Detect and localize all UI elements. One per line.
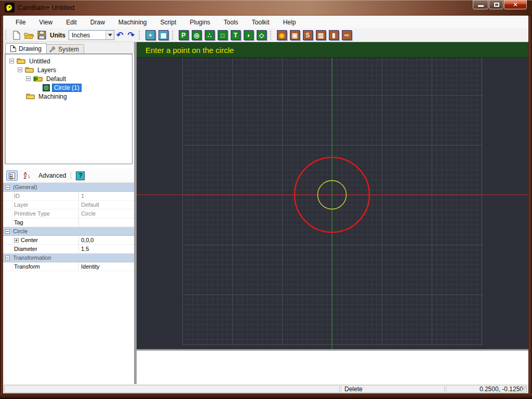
tab-drawing-label: Drawing xyxy=(19,45,42,52)
toolbar-grip[interactable] xyxy=(5,31,7,40)
drawing-tab-icon xyxy=(10,45,16,52)
app-window: CamBam+ Untitled × File View Edit Draw M… xyxy=(0,0,532,399)
draw-surface-icon[interactable]: ◇ xyxy=(257,30,267,40)
collapse-icon[interactable] xyxy=(9,59,14,63)
save-button[interactable] xyxy=(36,30,47,41)
resize-grip[interactable] xyxy=(521,386,528,393)
window-title: CamBam+ Untitled xyxy=(18,4,74,11)
menu-toolkit[interactable]: Toolkit xyxy=(247,17,275,28)
toolbar-separator xyxy=(71,172,71,179)
drawing-canvas[interactable]: Enter a point on the circle xyxy=(137,42,528,349)
help-button[interactable]: ? xyxy=(76,171,85,180)
prop-row-center[interactable]: Center 0,0,0 xyxy=(3,236,134,245)
toolbar-grip[interactable] xyxy=(139,31,141,40)
grid-toggle-icon[interactable]: ▦ xyxy=(158,30,168,40)
tab-system[interactable]: System xyxy=(44,44,84,54)
app-logo-icon xyxy=(5,3,15,12)
active-layer-icon xyxy=(33,75,43,83)
tab-drawing[interactable]: Drawing xyxy=(5,43,47,54)
maximize-button[interactable] xyxy=(489,0,503,9)
prompt-message: Enter a point on the circle xyxy=(145,46,234,55)
category-circle[interactable]: Circle xyxy=(3,227,134,236)
menu-file[interactable]: File xyxy=(10,17,31,28)
categorized-view-button[interactable] xyxy=(6,170,18,181)
menu-script[interactable]: Script xyxy=(155,17,182,28)
minimize-icon xyxy=(478,5,484,7)
draw-text-icon[interactable]: T xyxy=(231,30,241,40)
toolbar-grip[interactable] xyxy=(270,31,272,40)
mop-3d-profile-icon[interactable]: ▮ xyxy=(329,30,339,40)
toolbar-grip[interactable] xyxy=(172,31,174,40)
category-transformation[interactable]: Transformation xyxy=(3,254,134,262)
axes-toggle-icon[interactable]: + xyxy=(145,30,155,40)
prop-row-diameter[interactable]: Diameter 1.5 xyxy=(3,245,134,254)
expand-icon[interactable] xyxy=(14,238,19,243)
draw-polyline-icon[interactable]: P xyxy=(179,30,189,40)
menu-bar: File View Edit Draw Machining Script Plu… xyxy=(3,16,528,29)
tab-system-label: System xyxy=(58,46,79,53)
status-coordinates-cell: 0.2500, -0.1250 xyxy=(446,385,527,393)
tree-label: Layers xyxy=(36,66,58,74)
menu-help[interactable]: Help xyxy=(278,17,301,28)
drawing-tree: Untitled Layers Default Circle (1) xyxy=(5,54,132,164)
menu-machining[interactable]: Machining xyxy=(113,17,152,28)
folder-icon xyxy=(26,92,35,101)
circle-entity-icon xyxy=(43,84,50,91)
category-label: (General) xyxy=(13,184,37,190)
undo-button[interactable]: ↶ xyxy=(116,31,123,40)
categorized-view-icon xyxy=(9,172,15,179)
draw-rectangle-icon[interactable]: □ xyxy=(218,30,228,40)
mop-gcode-icon[interactable]: nc xyxy=(342,30,352,40)
tree-item-default-layer[interactable]: Default xyxy=(5,74,132,83)
prop-row-layer[interactable]: Layer Default xyxy=(3,201,134,209)
titlebar[interactable]: CamBam+ Untitled × xyxy=(0,0,532,16)
folder-icon xyxy=(17,57,25,65)
prop-row-id[interactable]: ID 1 xyxy=(3,192,134,201)
category-general[interactable]: (General) xyxy=(3,183,134,192)
units-select[interactable]: Inches xyxy=(69,30,114,40)
mop-drill-icon[interactable]: ▥ xyxy=(316,30,326,40)
new-file-icon xyxy=(12,31,21,40)
prop-row-tag[interactable]: Tag xyxy=(3,218,134,227)
window-border-bottom xyxy=(0,393,532,399)
tree-item-circle-1[interactable]: Circle (1) xyxy=(5,83,132,92)
draw-points-icon[interactable]: ∴ xyxy=(205,30,215,40)
tree-label-selected: Circle (1) xyxy=(52,84,82,92)
prop-row-transform[interactable]: Transform Identity xyxy=(3,262,134,271)
units-label: Units xyxy=(50,32,65,39)
collapse-icon[interactable] xyxy=(18,68,22,72)
advanced-button[interactable]: Advanced xyxy=(38,172,66,179)
redo-button[interactable]: ↷ xyxy=(127,31,134,40)
menu-plugins[interactable]: Plugins xyxy=(184,17,215,28)
alphabetical-sort-button[interactable]: AZ ↓ xyxy=(21,170,33,181)
mop-pocket-icon[interactable]: ▣ xyxy=(290,30,300,40)
tree-item-untitled[interactable]: Untitled xyxy=(5,57,132,65)
draw-circle-icon[interactable]: ◎ xyxy=(192,30,202,40)
category-label: Circle xyxy=(13,228,28,234)
combo-arrow-icon[interactable] xyxy=(105,31,114,39)
draw-arc-icon[interactable]: ◗ xyxy=(244,30,254,40)
minimize-button[interactable] xyxy=(473,0,488,9)
tree-item-machining[interactable]: Machining xyxy=(5,92,132,101)
mop-profile-icon[interactable]: ◉ xyxy=(277,30,287,40)
collapse-icon[interactable] xyxy=(5,185,10,190)
prop-row-primitive-type[interactable]: Primitive Type Circle xyxy=(3,209,134,218)
new-file-button[interactable] xyxy=(11,30,22,41)
collapse-icon[interactable] xyxy=(5,229,10,234)
menu-edit[interactable]: Edit xyxy=(61,17,82,28)
mop-engrave-icon[interactable]: S xyxy=(303,30,313,40)
tree-label: Untitled xyxy=(28,58,52,65)
menu-tools[interactable]: Tools xyxy=(219,17,244,28)
open-file-button[interactable] xyxy=(24,30,34,41)
close-button[interactable]: × xyxy=(504,0,527,9)
maximize-icon xyxy=(494,3,499,7)
collapse-icon[interactable] xyxy=(26,76,31,81)
save-icon xyxy=(37,31,46,39)
output-panel xyxy=(137,351,528,384)
status-mode-cell: Delete xyxy=(341,385,445,393)
menu-view[interactable]: View xyxy=(34,17,58,28)
tree-item-layers[interactable]: Layers xyxy=(5,65,132,74)
collapse-icon[interactable] xyxy=(5,256,10,260)
menu-draw[interactable]: Draw xyxy=(85,17,110,28)
canvas-geometry xyxy=(137,42,528,349)
